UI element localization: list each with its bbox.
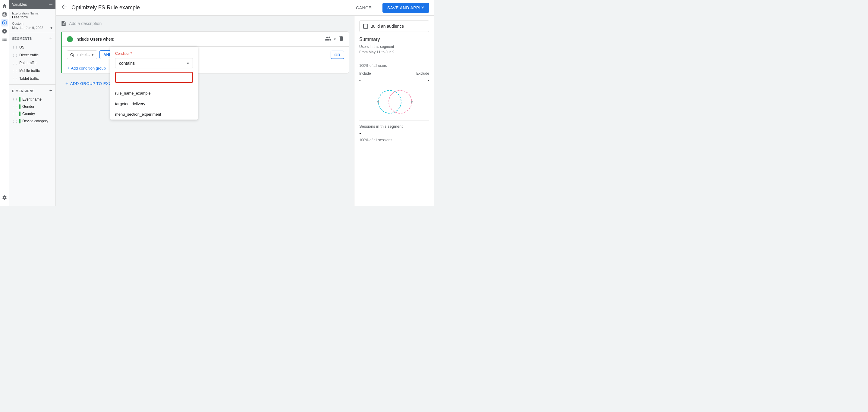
home-icon[interactable] [1, 2, 8, 10]
left-dot [377, 101, 379, 103]
segment-icon[interactable] [1, 19, 8, 27]
top-header: Optimizely FS Rule example CANCEL SAVE A… [56, 0, 434, 16]
value-input[interactable] [115, 72, 193, 83]
include-exclude-values: - - [359, 78, 429, 83]
dropdown-item-1[interactable]: targeted_delivery [110, 99, 198, 109]
dimension-color-bar [19, 119, 21, 124]
list-icon[interactable] [1, 36, 8, 43]
back-button[interactable] [61, 3, 68, 12]
description-row: Add a description [61, 21, 349, 27]
custom-label: Custom May 11 - Jun 9, 2022 ▾ [9, 21, 56, 31]
right-dot [411, 101, 412, 103]
exploration-name-value: Free form [9, 15, 56, 21]
sessions-title: Sessions in this segment [359, 124, 429, 129]
drag-icon: ⋮⋮ [12, 69, 18, 73]
main-area: Optimizely FS Rule example CANCEL SAVE A… [56, 0, 434, 206]
exclude-circle [389, 90, 412, 113]
segment-paid-traffic[interactable]: ⋮⋮ Paid traffic [9, 59, 56, 67]
segment-us[interactable]: ⋮⋮ US [9, 43, 56, 51]
add-dimension-icon[interactable]: + [49, 88, 53, 94]
condition-dropdown-popup: Condition* contains ▾ [110, 47, 198, 119]
add-exclude-group[interactable]: + ADD GROUP TO EXCLUDE [61, 77, 349, 90]
add-segment-icon[interactable]: + [49, 35, 53, 41]
users-in-segment-label: Users in this segment [359, 44, 429, 49]
dimension-device-category[interactable]: ⋮⋮ Device category [9, 117, 56, 125]
save-apply-button[interactable]: SAVE AND APPLY [382, 3, 429, 13]
dimension-gender[interactable]: ⋮⋮ Gender [9, 103, 56, 110]
variables-sidebar: Variables — Exploration Name: Free form … [9, 0, 56, 206]
venn-diagram [359, 85, 429, 115]
sessions-section: Sessions in this segment - 100% of all s… [359, 120, 429, 142]
include-content: Include Users when: ▾ [62, 32, 349, 73]
users-value: - [359, 56, 429, 62]
or-button[interactable]: OR [331, 50, 344, 59]
svg-point-1 [2, 22, 5, 24]
minimize-icon[interactable]: — [49, 2, 53, 7]
add-condition-plus-icon: + [67, 65, 70, 71]
chevron-down-icon[interactable]: ▾ [334, 37, 336, 41]
date-range-label: From May 11 to Jun 9 [359, 50, 429, 54]
include-header: Include Users when: ▾ [62, 32, 349, 47]
description-icon [61, 21, 67, 27]
include-block: Include Users when: ▾ [61, 31, 349, 73]
dropdown-list: rule_name_example targeted_delivery menu… [110, 88, 198, 119]
sessions-pct: 100% of all sessions [359, 138, 429, 142]
select-chevron-icon: ▾ [92, 53, 94, 57]
drag-icon: ⋮⋮ [12, 46, 18, 49]
audience-checkbox-icon[interactable] [363, 24, 368, 29]
page-title: Optimizely FS Rule example [71, 4, 347, 11]
segment-mobile-traffic[interactable]: ⋮⋮ Mobile traffic [9, 67, 56, 75]
include-exclude-row: Include Exclude [359, 71, 429, 76]
delete-icon[interactable] [338, 36, 344, 42]
user-group-icon[interactable] [325, 35, 332, 43]
users-pct: 100% of all users [359, 64, 429, 68]
dropdown-item-0[interactable]: rule_name_example [110, 88, 198, 99]
condition-row: Optimizel... ▾ AND Condition* [62, 47, 349, 63]
summary-title: Summary [359, 37, 429, 42]
segment-tablet-traffic[interactable]: ⋮⋮ Tablet traffic [9, 75, 56, 82]
segment-builder: Add a description Include Users [56, 16, 354, 206]
dimension-color-bar [19, 104, 21, 109]
drag-icon: ⋮⋮ [12, 105, 18, 108]
cancel-button[interactable]: CANCEL [351, 3, 379, 13]
dimension-country[interactable]: ⋮⋮ Country [9, 110, 56, 117]
variables-label: Variables [12, 2, 27, 7]
description-placeholder[interactable]: Add a description [69, 21, 101, 26]
add-exclude-plus-icon: + [65, 81, 68, 86]
sidebar-header: Variables — [9, 0, 56, 9]
condition-label: Condition* [115, 52, 193, 56]
add-condition-group[interactable]: + Add condition group [62, 63, 349, 73]
chart-icon[interactable] [1, 11, 8, 18]
or-badge: OR [331, 50, 344, 59]
segments-header: SEGMENTS + [9, 33, 56, 43]
include-block-inner: Include Users when: ▾ [61, 32, 349, 73]
date-chevron-icon[interactable]: ▾ [50, 25, 53, 30]
drag-icon: ⋮⋮ [12, 119, 18, 123]
required-marker: * [130, 52, 132, 56]
summary-panel: Build an audience Summary Users in this … [354, 16, 434, 206]
dropdown-inner: Condition* contains ▾ [110, 47, 198, 88]
venn-svg [370, 87, 418, 114]
icon-sidebar [0, 0, 9, 206]
segment-direct-traffic[interactable]: ⋮⋮ Direct traffic [9, 51, 56, 59]
include-title: Include Users when: [75, 37, 114, 41]
condition-select-dropdown[interactable]: contains ▾ [115, 58, 193, 68]
target-icon[interactable] [1, 28, 8, 35]
condition-arrow-icon: ▾ [187, 61, 189, 66]
date-range[interactable]: May 11 - Jun 9, 2022 ▾ [12, 25, 53, 30]
dimension-color-bar [19, 111, 21, 116]
dimensions-header: DIMENSIONS + [9, 86, 56, 96]
include-circle [378, 90, 401, 113]
exploration-name-label: Exploration Name: [9, 9, 56, 15]
dropdown-item-2[interactable]: menu_section_experiment [110, 109, 198, 119]
dimension-event-name[interactable]: ⋮⋮ Event name [9, 96, 56, 103]
build-audience-checkbox[interactable]: Build an audience [359, 21, 429, 32]
content-area: Add a description Include Users [56, 16, 434, 206]
include-actions: ▾ [325, 35, 344, 43]
settings-icon[interactable] [1, 194, 8, 201]
optimizely-select[interactable]: Optimizel... ▾ [67, 50, 97, 59]
drag-icon: ⋮⋮ [12, 77, 18, 80]
drag-icon: ⋮⋮ [12, 98, 18, 101]
drag-icon: ⋮⋮ [12, 54, 18, 57]
drag-icon: ⋮⋮ [12, 112, 18, 116]
